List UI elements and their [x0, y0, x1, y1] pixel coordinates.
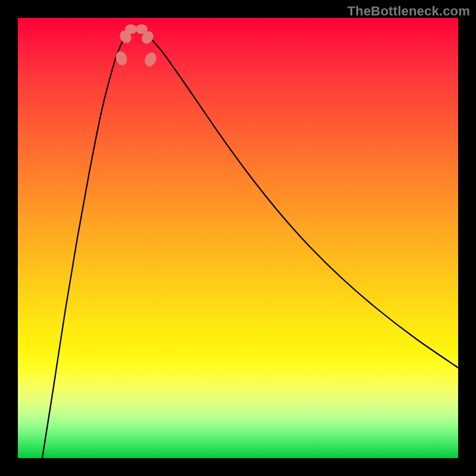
watermark-text: TheBottleneck.com: [347, 4, 470, 19]
curve-marker: [143, 51, 158, 68]
curve-marker: [136, 24, 148, 34]
curve-marker: [114, 50, 129, 67]
curve-marker: [125, 24, 137, 34]
chart-frame: TheBottleneck.com: [0, 0, 476, 476]
plot-area: [18, 18, 458, 458]
bottleneck-curve: [42, 29, 458, 458]
curve-svg: [18, 18, 458, 458]
